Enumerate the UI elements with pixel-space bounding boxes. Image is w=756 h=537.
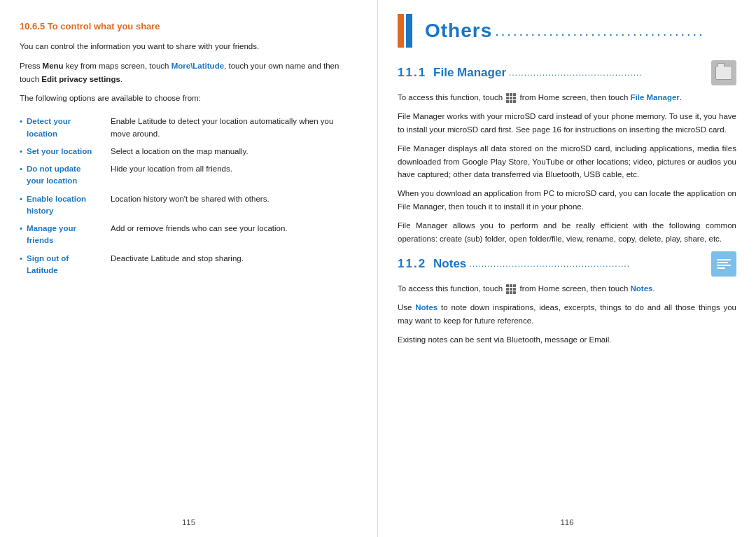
section2-title: Notes <box>433 257 466 271</box>
section1-para4: When you download an application from PC… <box>398 187 736 213</box>
chapter-bar <box>398 14 416 48</box>
notes-bold: Notes <box>631 284 653 293</box>
option-label-set: Set your location <box>27 143 111 160</box>
bullet: • <box>20 190 27 221</box>
bullet: • <box>20 113 27 143</box>
notes-bold2: Notes <box>415 303 438 312</box>
morelat-bold: More\Latitude <box>172 62 224 70</box>
options-intro: The following options are available to c… <box>20 92 358 104</box>
option-desc-set: Select a location on the map manually. <box>111 143 358 160</box>
left-page: 10.6.5 To control what you share You can… <box>0 0 378 537</box>
section1-num: 11.1 <box>398 66 426 80</box>
option-desc-donot: Hide your location from all friends. <box>111 160 358 190</box>
section2-header: 11.2 Notes .............................… <box>398 251 736 277</box>
table-row: • Manage yourfriends Add or remove frien… <box>20 220 358 250</box>
file-manager-icon <box>711 60 736 85</box>
table-row: • Detect yourlocation Enable Latitude to… <box>20 113 358 143</box>
bar-blue <box>406 14 412 48</box>
chapter-dots: ................................... <box>495 23 736 39</box>
option-label-detect: Detect yourlocation <box>27 113 111 143</box>
section2-dots: ........................................… <box>469 259 708 269</box>
bullet: • <box>20 250 27 280</box>
table-row: • Do not updateyour location Hide your l… <box>20 160 358 190</box>
option-desc-enable: Location history won't be shared with ot… <box>111 190 358 221</box>
option-label-manage: Manage yourfriends <box>27 220 111 250</box>
bullet: • <box>20 160 27 190</box>
options-table: • Detect yourlocation Enable Latitude to… <box>20 113 358 279</box>
option-desc-signout: Deactivate Latitude and stop sharing. <box>111 250 358 280</box>
option-desc-detect: Enable Latitude to detect your location … <box>111 113 358 143</box>
table-row: • Enable locationhistory Location histor… <box>20 190 358 221</box>
section1-para5: File Manager allows you to perform and b… <box>398 219 736 245</box>
left-para2: Press Menu key from maps screen, touch M… <box>20 60 358 85</box>
left-para1: You can control the information you want… <box>20 40 358 53</box>
editprivacy-bold: Edit privacy settings <box>41 75 120 83</box>
section2-para2: Use Notes to note down inspirations, ide… <box>398 301 736 327</box>
option-label-donot: Do not updateyour location <box>27 160 111 190</box>
grid-icon-1 <box>506 93 516 103</box>
section1-para3: File Manager displays all data stored on… <box>398 142 736 181</box>
section1-dots: ........................................… <box>509 68 708 78</box>
chapter-title-text: Others <box>425 20 492 42</box>
section2-para3: Existing notes can be sent via Bluetooth… <box>398 333 736 346</box>
bar-orange <box>398 14 404 48</box>
notes-icon <box>711 251 736 277</box>
left-page-number: 115 <box>182 518 195 526</box>
section1-para1: To access this function, touch from Home… <box>398 91 736 104</box>
section2-para1: To access this function, touch from Home… <box>398 282 736 295</box>
grid-icon-2 <box>506 284 516 294</box>
menu-bold: Menu <box>43 62 64 70</box>
section1-title: File Manager <box>433 66 506 80</box>
table-row: • Sign out ofLatitude Deactivate Latitud… <box>20 250 358 280</box>
section1-header: 11.1 File Manager ......................… <box>398 60 736 85</box>
bullet: • <box>20 220 27 250</box>
table-row: • Set your location Select a location on… <box>20 143 358 160</box>
bullet: • <box>20 143 27 160</box>
section2-num: 11.2 <box>398 257 426 271</box>
section1-para2: File Manager works with your microSD car… <box>398 110 736 136</box>
file-manager-bold: File Manager <box>631 93 680 102</box>
option-desc-manage: Add or remove friends who can see your l… <box>111 220 358 250</box>
right-page-number: 116 <box>560 518 573 526</box>
option-label-enable: Enable locationhistory <box>27 190 111 221</box>
chapter-header: Others .................................… <box>398 14 736 48</box>
page-spread: 10.6.5 To control what you share You can… <box>0 0 756 537</box>
right-page: Others .................................… <box>378 0 756 537</box>
left-section-title: 10.6.5 To control what you share <box>20 21 358 32</box>
option-label-signout: Sign out ofLatitude <box>27 250 111 280</box>
